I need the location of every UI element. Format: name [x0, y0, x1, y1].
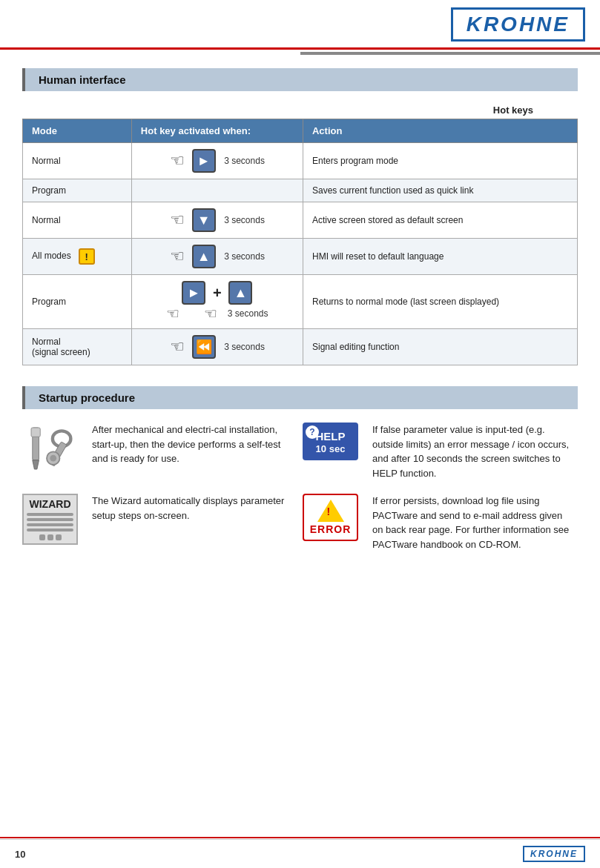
key-cell: ☞ ► 3 seconds	[131, 143, 303, 179]
table-row: Normal ☞ ▼ 3 seconds Active screen store…	[23, 202, 578, 239]
table-row: Normal ☞ ► 3 seconds Enters program mode	[23, 143, 578, 179]
wizard-description: The Wizard automatically displays parame…	[92, 494, 289, 523]
question-mark-icon: ?	[306, 425, 319, 439]
wizard-line	[27, 529, 73, 531]
seconds-label: 3 seconds	[224, 156, 265, 166]
error-description: If error persists, download log file usi…	[372, 494, 570, 551]
plus-icon: +	[213, 285, 222, 302]
seconds-label: 3 seconds	[224, 342, 265, 352]
svg-point-6	[50, 455, 56, 462]
key-cell: ☞ ▲ 3 seconds	[131, 239, 303, 275]
footer-logo: KROHNE	[523, 846, 585, 862]
help-box: ? HELP 10 sec	[303, 423, 358, 460]
krohne-logo: KROHNE	[451, 7, 585, 42]
key-cell: ► + ▲ ☞ ☜ 3 seconds	[131, 275, 303, 329]
seconds-label: 3 seconds	[224, 251, 265, 262]
wizard-icon-box: WIZARD	[22, 494, 82, 545]
startup-item-help: ? HELP 10 sec If false parameter value i…	[303, 423, 570, 480]
mode-cell: Normal	[23, 143, 132, 179]
forward-key-icon: ►	[192, 149, 216, 173]
help-sec-label: 10 sec	[307, 443, 354, 454]
startup-item-wizard: WIZARD The Wizard automatically displays…	[22, 494, 289, 551]
seconds-label: 3 seconds	[228, 308, 268, 319]
action-cell: Signal editing function	[303, 329, 577, 365]
action-cell: Saves current function used as quick lin…	[303, 179, 577, 202]
wizard-dot	[39, 534, 45, 540]
svg-marker-1	[33, 460, 39, 469]
forward-key2-icon: ►	[182, 281, 205, 305]
hand-icon: ☞	[170, 151, 185, 170]
startup-section-header: Startup procedure	[22, 386, 578, 409]
startup-item-error: ERROR If error persists, download log fi…	[303, 494, 570, 551]
hand-icon: ☞	[170, 211, 185, 230]
mode-cell: Program	[23, 275, 132, 329]
error-box: ERROR	[303, 494, 358, 541]
page-header: KROHNE	[0, 0, 600, 50]
seconds-label: 3 seconds	[224, 215, 265, 225]
table-row: Program ► + ▲ ☞ ☜ 3 seconds Returns to n…	[23, 275, 578, 329]
action-cell: Active screen stored as default screen	[303, 202, 577, 239]
startup-content: After mechanical and electri-cal install…	[22, 423, 578, 551]
col-header-action: Action	[303, 119, 577, 143]
wizard-label: WIZARD	[27, 498, 73, 510]
wizard-dot	[56, 534, 62, 540]
enter-key-icon: ⏪	[192, 335, 216, 359]
table-row: Program Saves current function used as q…	[23, 179, 578, 202]
hand-icon: ☞	[170, 337, 185, 357]
action-cell: Returns to normal mode (last screen disp…	[303, 275, 577, 329]
mode-cell: Normal	[23, 202, 132, 239]
error-triangle-icon	[317, 500, 344, 522]
tools-icon	[26, 423, 78, 474]
header-divider	[300, 52, 601, 55]
action-cell: HMI will reset to default language	[303, 239, 577, 275]
mode-cell: All modes !	[23, 239, 132, 275]
hot-keys-table: Mode Hot key activated when: Action Norm…	[22, 119, 578, 365]
error-label: ERROR	[309, 523, 352, 535]
human-interface-section-header: Human interface	[22, 68, 578, 91]
table-row: All modes ! ☞ ▲ 3 seconds HMI will reset…	[23, 239, 578, 275]
wizard-line	[27, 523, 73, 526]
tools-description: After mechanical and electri-cal install…	[92, 423, 289, 466]
col-header-mode: Mode	[23, 119, 132, 143]
footer: 10 KROHNE	[0, 839, 600, 868]
key-cell	[131, 179, 303, 202]
up-key2-icon: ▲	[228, 281, 252, 305]
wizard-dot	[47, 534, 53, 540]
mode-cell: Program	[23, 179, 132, 202]
tools-icon-box	[22, 423, 82, 477]
col-header-hotkey: Hot key activated when:	[131, 119, 303, 143]
hand-right-icon: ☜	[204, 305, 217, 322]
svg-rect-2	[31, 428, 40, 437]
mode-cell: Normal(signal screen)	[23, 329, 132, 365]
up-key-icon: ▲	[192, 245, 216, 268]
hand-icon: ☞	[170, 247, 185, 266]
error-icon-box: ERROR	[303, 494, 362, 541]
hot-keys-label: Hot keys	[22, 105, 578, 116]
help-icon-box: ? HELP 10 sec	[303, 423, 362, 460]
footer-line	[0, 837, 600, 838]
warning-icon: !	[79, 248, 95, 265]
page-number: 10	[15, 849, 25, 860]
wizard-dots	[27, 534, 73, 540]
key-cell: ☞ ▼ 3 seconds	[131, 202, 303, 239]
startup-item-tools: After mechanical and electri-cal install…	[22, 423, 289, 480]
hand-left-icon: ☞	[166, 305, 179, 322]
wizard-lines	[27, 513, 73, 531]
action-cell: Enters program mode	[303, 143, 577, 179]
wizard-box: WIZARD	[22, 494, 78, 545]
help-description: If false parameter value is input-ted (e…	[372, 423, 570, 480]
key-cell: ☞ ⏪ 3 seconds	[131, 329, 303, 365]
down-key-icon: ▼	[192, 208, 216, 232]
table-row: Normal(signal screen) ☞ ⏪ 3 seconds Sign…	[23, 329, 578, 365]
wizard-line	[27, 513, 73, 516]
wizard-line	[27, 518, 73, 521]
